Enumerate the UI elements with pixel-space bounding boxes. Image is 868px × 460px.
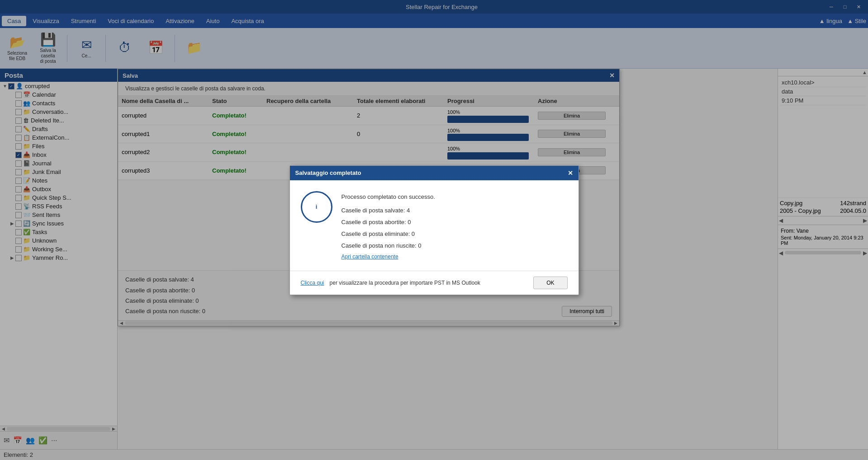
modal-overlay: Salvataggio completato ✕ i Processo comp…	[0, 0, 868, 460]
modal-text-content: Processo completato con successo. Casell…	[342, 191, 435, 260]
modal-header: Salvataggio completato ✕	[290, 166, 579, 180]
modal-close[interactable]: ✕	[568, 169, 573, 177]
modal-footer: Clicca qui per visualizzare la procedura…	[290, 271, 579, 295]
modal-title: Salvataggio completato	[295, 169, 361, 176]
process-complete-msg: Processo completato con successo.	[342, 191, 435, 203]
info-icon-circle: i	[301, 191, 332, 223]
success-modal: Salvataggio completato ✕ i Processo comp…	[289, 165, 579, 295]
modal-stat-saved: Caselle di posta salvate: 4	[342, 205, 435, 216]
modal-stat-deleted: Caselle di posta eliminate: 0	[342, 228, 435, 240]
modal-body: i Processo completato con successo. Case…	[290, 180, 579, 271]
clicca-qui-link[interactable]: Clicca qui	[301, 280, 324, 286]
modal-stat-failed: Caselle di posta non riuscite: 0	[342, 240, 435, 252]
modal-message: Processo completato con successo. Casell…	[342, 191, 435, 252]
open-folder-link[interactable]: Apri cartella contenente	[342, 253, 435, 260]
modal-stat-aborted: Caselle di posta abortite: 0	[342, 216, 435, 228]
ok-button[interactable]: OK	[533, 277, 567, 289]
info-icon: i	[316, 203, 318, 210]
footer-import-text: per visualizzare la procedura per import…	[330, 280, 528, 286]
